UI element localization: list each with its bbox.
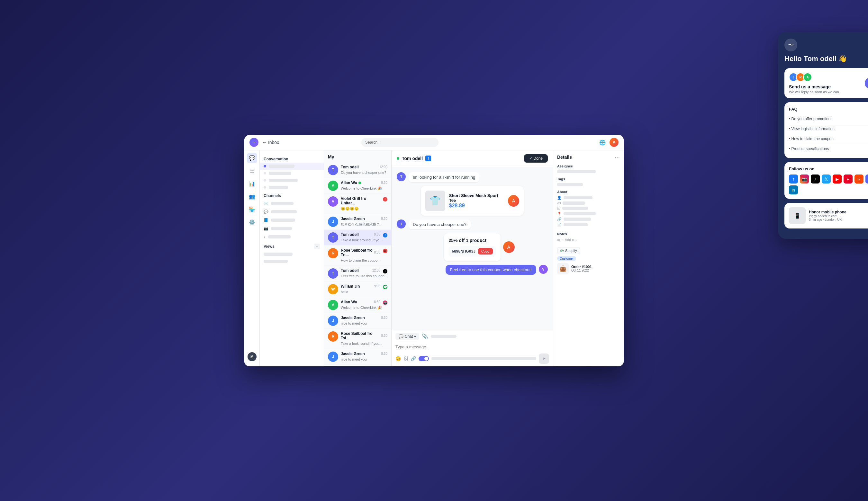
location-pin-icon: 📍: [557, 212, 562, 216]
image-icon[interactable]: 🖼: [403, 356, 408, 361]
conv-list-item[interactable]: A Allan Wu 8:30 Welcome to CheerLink 🎉: [324, 178, 391, 194]
conv-name-row: Allan Wu 8:30: [341, 181, 388, 185]
conv-list-item[interactable]: J Jassic Green 8:30 nice to meet you: [324, 349, 391, 365]
title-bar: ~ ← Inbox 🌐 A: [244, 135, 624, 150]
details-more-icon[interactable]: ⋯: [615, 154, 620, 160]
order-date: Oct 11 2022: [571, 269, 592, 272]
sidebar-channel-whatsapp[interactable]: 💬: [260, 207, 324, 216]
conv-name-row: Jassic Green 8:30: [341, 352, 388, 356]
faq-title: FAQ: [789, 107, 868, 111]
msg-bubble: Im looking for a T-shirt for running: [408, 172, 480, 182]
follow-card: Follow us on f 📷 ♪ 𝕏 ▶ P R D in: [784, 162, 868, 199]
user-avatar[interactable]: A: [610, 138, 618, 147]
product-feature-sub: Piggy added to cart3min ago · London, UK: [809, 214, 868, 221]
coupon-card: 25% off 1 product 6898NHG03J Copy: [444, 233, 500, 261]
sidebar-item-mine[interactable]: [260, 170, 324, 177]
conv-time: 8:30: [381, 334, 388, 338]
nav-item-4[interactable]: 👥: [247, 192, 257, 202]
sidebar-channel-fb[interactable]: 📘: [260, 216, 324, 224]
chevron-down-icon: ▾: [414, 334, 416, 339]
add-note-row[interactable]: ⊕ + Add n...: [557, 238, 620, 242]
conv-list-item[interactable]: J Jassic Green 8:30 nice to meet you: [324, 313, 391, 329]
coupon-code-row: 6898NHG03J Copy: [448, 246, 496, 256]
add-view-button[interactable]: +: [314, 244, 320, 249]
discord-social-icon[interactable]: D: [866, 174, 868, 183]
faq-item-1[interactable]: • Do you offer promotions ›: [789, 114, 868, 124]
product-name: Short Sleeve Mesh Sport Tee: [449, 193, 505, 203]
reddit-social-icon[interactable]: R: [855, 174, 864, 183]
nav-item-2[interactable]: ☰: [247, 166, 257, 176]
order-image: 👜: [557, 263, 569, 275]
link-icon[interactable]: 🔗: [411, 356, 416, 361]
send-message-button[interactable]: ➤: [865, 77, 868, 89]
add-note-label[interactable]: + Add n...: [562, 238, 577, 242]
details-panel: Details ⋯ Assignee Tags About 👤 🏷: [553, 150, 624, 366]
twitter-social-icon[interactable]: 𝕏: [822, 174, 831, 183]
sidebar-item-unassigned[interactable]: [260, 177, 324, 184]
conv-name-row: Violet Grill fro Unitar...: [341, 196, 380, 205]
user-icon[interactable]: M: [247, 352, 256, 361]
outgoing-avatar: V: [539, 265, 548, 274]
conv-list-item[interactable]: T Tom odell 12:00 Do you have a cheaper …: [324, 162, 391, 178]
conv-preview: Welcome to CheerLink 🎉: [341, 186, 382, 190]
message-input[interactable]: [395, 342, 549, 352]
conv-name: Tom odell: [341, 268, 359, 273]
send-button[interactable]: ➤: [539, 353, 549, 364]
chat-mode-button[interactable]: 💬 Chat ▾: [395, 333, 419, 340]
sidebar-item-all[interactable]: [260, 163, 324, 170]
emoji-icon[interactable]: 😊: [395, 356, 401, 361]
icon-bar: 💬 ☰ 📊 👥 🏪 ⚙️ M: [244, 150, 260, 366]
facebook-social-icon[interactable]: f: [789, 174, 798, 183]
nav-item-3[interactable]: 📊: [247, 179, 257, 189]
faq-item-2[interactable]: • View logistics information ›: [789, 124, 868, 134]
conv-list-item[interactable]: V Violet Grill fro Unitar... 🙁🙁🙁🙁 !: [324, 194, 391, 214]
sidebar-channel-tiktok[interactable]: ♪: [260, 233, 324, 241]
conv-list-item[interactable]: T Tom odell 12:00 Feel free to use this …: [324, 266, 391, 281]
pinterest-social-icon[interactable]: P: [844, 174, 853, 183]
conv-name-row: Jassic Green 8:30: [341, 316, 388, 320]
sidebar-channel-email[interactable]: ✉️: [260, 199, 324, 207]
tags-label: Tags: [557, 177, 620, 181]
coupon-wrapper: 25% off 1 product 6898NHG03J Copy A: [444, 233, 500, 261]
done-button[interactable]: ✓ Done: [524, 154, 548, 163]
nav-item-6[interactable]: ⚙️: [247, 217, 257, 227]
attachment-icon[interactable]: 📎: [422, 333, 428, 339]
order-info: Order #1001 Oct 11 2022: [571, 265, 592, 272]
app-logo: ~: [250, 138, 258, 147]
about-tag-row: 🏷: [557, 201, 620, 205]
conv-name-row: Willam Jin 9:00: [341, 284, 380, 289]
assignee-label: Assignee: [557, 164, 620, 168]
nav-item-5[interactable]: 🏪: [247, 204, 257, 215]
linkedin-social-icon[interactable]: in: [789, 185, 798, 194]
conv-time: 8:30: [381, 352, 388, 355]
follow-title: Follow us on: [789, 167, 868, 171]
faq-item-3[interactable]: • How to claim the coupon ›: [789, 134, 868, 144]
sidebar-view-2[interactable]: [260, 258, 324, 265]
chat-messages: T Im looking for a T-shirt for running 👕…: [392, 167, 553, 330]
msg-bubble: Do you have a cheaper one?: [408, 220, 471, 230]
nav-inbox[interactable]: 💬: [247, 153, 257, 163]
toggle-button[interactable]: [419, 356, 429, 361]
faq-item-4[interactable]: • Product specifications ›: [789, 144, 868, 153]
sidebar-channel-insta[interactable]: 📷: [260, 224, 324, 233]
conv-list-header: My: [324, 150, 391, 162]
copy-button[interactable]: Copy: [478, 248, 493, 255]
notes-label: Notes: [557, 232, 620, 236]
conv-list-item[interactable]: R Rose Sailboat fro Tn... 8:30 How to cl…: [324, 246, 391, 266]
youtube-social-icon[interactable]: ▶: [833, 174, 841, 183]
tiktok-social-icon[interactable]: ♪: [811, 174, 820, 183]
conv-list-item[interactable]: R Rose Sailboat fro Tsi... 8:30 Take a l…: [324, 329, 391, 349]
back-button[interactable]: ← Inbox: [262, 140, 279, 145]
conv-preview: Do you have a cheaper one?: [341, 171, 386, 174]
conv-list-item[interactable]: T Tom odell 9:00 Take a look around! If …: [324, 230, 391, 246]
sidebar-item-mentions[interactable]: [260, 184, 324, 191]
sidebar-view-1[interactable]: [260, 250, 324, 258]
conv-list-item[interactable]: W Willam Jin 9:00 hello 💬: [324, 281, 391, 297]
conv-list-item[interactable]: J Jassic Green 8:30 您喜欢什么颜色和风格？...: [324, 214, 391, 230]
conv-list-item[interactable]: A Allan Wu 8:30 Welcome to CheerLink 🎉 📷: [324, 297, 391, 313]
instagram-social-icon[interactable]: 📷: [800, 174, 809, 183]
search-input[interactable]: [361, 138, 438, 147]
conv-name: Tom odell: [341, 165, 359, 169]
conv-avatar: T: [328, 232, 338, 243]
conv-name: Allan Wu: [341, 181, 361, 185]
